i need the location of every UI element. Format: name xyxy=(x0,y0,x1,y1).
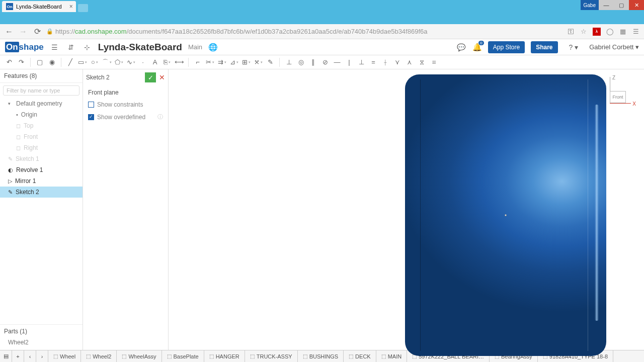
feature-item[interactable]: ✎Sketch 1 xyxy=(0,153,83,164)
tangent-icon[interactable]: ⊘ xyxy=(320,57,330,67)
share-button[interactable]: Share xyxy=(531,41,557,53)
chrome-user-chip[interactable]: Gabe xyxy=(581,0,599,10)
globe-icon[interactable]: 🌐 xyxy=(208,43,218,52)
feature-filter-input[interactable]: Filter by name or type xyxy=(3,85,79,96)
model-body[interactable] xyxy=(405,74,606,356)
rectangle-tool-icon[interactable]: ▭ xyxy=(77,57,88,67)
browser-tab[interactable]: On Lynda-SkateBoard × xyxy=(2,1,76,12)
part-studio-tab[interactable]: ⬚Wheel2 xyxy=(81,350,117,363)
pdf-icon[interactable]: λ xyxy=(593,28,601,36)
undo-icon[interactable]: ↶ xyxy=(4,57,14,67)
reload-button[interactable]: ⟳ xyxy=(32,27,42,37)
info-icon[interactable]: ⓘ xyxy=(157,113,163,121)
tab-menu-button[interactable]: ▤ xyxy=(0,350,12,363)
part-studio-tab[interactable]: ⬚BasePlate xyxy=(162,350,204,363)
help-button[interactable]: ? ▾ xyxy=(564,41,584,54)
parallel-icon[interactable]: ∥ xyxy=(308,57,318,67)
spline-tool-icon[interactable]: ∿ xyxy=(126,57,136,67)
appstore-button[interactable]: App Store xyxy=(488,41,525,53)
feature-item[interactable]: ◻Right xyxy=(0,142,83,153)
window-maximize-icon[interactable]: ▢ xyxy=(614,0,629,10)
feature-item[interactable]: ▷Mirror 1 xyxy=(0,175,83,187)
viewcube-front[interactable]: Front xyxy=(610,91,626,103)
tab-prev-button[interactable]: ‹ xyxy=(24,350,36,363)
fillet-tool-icon[interactable]: ⌐ xyxy=(193,57,203,67)
mirror-tool-icon[interactable]: ⊿ xyxy=(229,57,239,67)
arc-tool-icon[interactable]: ⌒ xyxy=(102,57,112,67)
part-studio-tab[interactable]: ⬚WheelAssy xyxy=(117,350,162,363)
perpendicular-icon[interactable]: ⊥ xyxy=(356,57,366,67)
close-tab-icon[interactable]: × xyxy=(69,3,73,10)
feature-item[interactable]: ◻Top xyxy=(0,120,83,131)
part-studio-tab[interactable]: ⬚DECK xyxy=(344,350,376,363)
feature-item[interactable]: ▾Default geometry xyxy=(0,98,83,109)
polygon-tool-icon[interactable]: ⬠ xyxy=(114,57,124,67)
horizontal-icon[interactable]: — xyxy=(332,57,342,67)
symmetric-icon[interactable]: ⧖ xyxy=(417,57,427,67)
add-tab-button[interactable]: + xyxy=(12,350,24,363)
view-cube[interactable]: Front xyxy=(594,77,634,112)
part-studio-tab[interactable]: ⬚MAIN xyxy=(376,350,408,363)
midpoint-icon[interactable]: ⟊ xyxy=(380,57,390,67)
menu-toggle-icon[interactable]: ☰ xyxy=(50,43,60,51)
confirm-sketch-button[interactable]: ✓ xyxy=(145,72,156,82)
ext-icon[interactable]: ◯ xyxy=(606,28,614,36)
new-tab-button[interactable] xyxy=(78,4,88,12)
offset-tool-icon[interactable]: ⇉ xyxy=(217,57,227,67)
normal-icon[interactable]: ⋎ xyxy=(392,57,403,67)
show-constraints-toggle[interactable]: Show constraints xyxy=(86,99,165,111)
notifications-icon[interactable]: 🔔0 xyxy=(472,43,482,52)
construction-tool-icon[interactable]: ✎ xyxy=(265,57,275,67)
feature-item[interactable]: •Origin xyxy=(0,109,83,120)
transform-tool-icon[interactable]: ⤧ xyxy=(253,57,263,67)
part-item[interactable]: Wheel2 xyxy=(4,338,78,347)
sketch-title: Sketch 2 xyxy=(86,74,142,81)
feature-icon[interactable]: ◉ xyxy=(47,57,57,67)
redo-icon[interactable]: ↷ xyxy=(16,57,26,67)
url-field[interactable]: 🔒 https://cad.onshape.com/documents/f647… xyxy=(46,28,562,35)
feature-item[interactable]: ✎Sketch 2 xyxy=(0,187,83,198)
document-name[interactable]: Lynda-SkateBoard xyxy=(98,42,182,53)
circle-tool-icon[interactable]: ○ xyxy=(90,57,100,67)
sketch-icon[interactable]: ▢ xyxy=(35,57,45,67)
ext2-icon[interactable]: ▦ xyxy=(619,28,627,36)
forward-button[interactable]: → xyxy=(18,27,28,37)
part-studio-tab[interactable]: ⬚TRUCK-ASSY xyxy=(245,350,298,363)
vertical-icon[interactable]: | xyxy=(344,57,354,67)
concentric-icon[interactable]: ◎ xyxy=(296,57,306,67)
equal-icon[interactable]: = xyxy=(368,57,378,67)
cancel-sketch-button[interactable]: ✕ xyxy=(159,73,165,81)
feature-item[interactable]: ◐Revolve 1 xyxy=(0,164,83,175)
show-overdefined-toggle[interactable]: Show overdefined ⓘ xyxy=(86,111,165,123)
trim-tool-icon[interactable]: ✂ xyxy=(205,57,215,67)
origin-point-icon[interactable] xyxy=(505,214,507,216)
sketch-plane-field[interactable]: Front plane xyxy=(86,86,165,99)
bookmark-icon[interactable]: ☆ xyxy=(580,28,588,36)
user-menu[interactable]: Gabriel Corbett ▾ xyxy=(589,43,639,51)
feature-item[interactable]: ◻Front xyxy=(0,131,83,142)
point-tool-icon[interactable]: · xyxy=(138,57,148,67)
graphics-canvas[interactable]: Front xyxy=(169,69,644,350)
window-minimize-icon[interactable]: — xyxy=(599,0,614,10)
fix-icon[interactable]: ⌗ xyxy=(429,57,439,67)
part-studio-tab[interactable]: ⬚HANGER xyxy=(204,350,245,363)
dimension-tool-icon[interactable]: ⟷ xyxy=(174,57,184,67)
coincident-icon[interactable]: ⊥ xyxy=(284,57,294,67)
use-tool-icon[interactable]: ⎘ xyxy=(162,57,172,67)
part-studio-tab[interactable]: ⬚Wheel xyxy=(48,350,81,363)
key-icon[interactable]: ⚿ xyxy=(567,28,575,36)
line-tool-icon[interactable]: ╱ xyxy=(65,57,75,67)
back-button[interactable]: ← xyxy=(4,27,14,37)
text-tool-icon[interactable]: A xyxy=(150,57,160,67)
part-studio-tab[interactable]: ⬚BUSHINGS xyxy=(298,350,344,363)
onshape-logo[interactable]: Onshape xyxy=(5,42,44,52)
menu-icon[interactable]: ☰ xyxy=(632,28,640,36)
workspace-label[interactable]: Main xyxy=(188,43,202,51)
window-close-icon[interactable]: ✕ xyxy=(629,0,644,10)
insert-icon[interactable]: ⊹ xyxy=(82,43,92,51)
pattern-tool-icon[interactable]: ⊞ xyxy=(241,57,251,67)
chat-icon[interactable]: 💬 xyxy=(456,43,466,51)
tab-next-button[interactable]: › xyxy=(36,350,48,363)
pierce-icon[interactable]: ⋏ xyxy=(405,57,415,67)
tree-icon[interactable]: ⇵ xyxy=(66,43,76,51)
